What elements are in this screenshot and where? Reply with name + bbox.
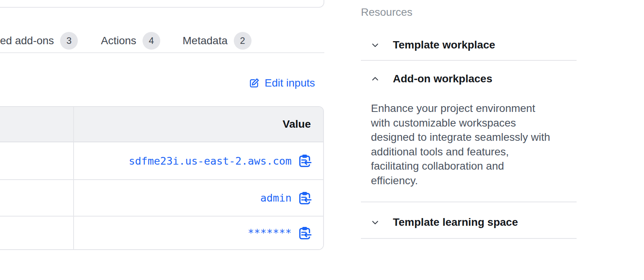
table-row: sdfme23i.us-east-2.aws.com: [74, 142, 323, 180]
table-name-cell: [0, 180, 74, 217]
tab-count-badge: 4: [143, 32, 160, 50]
section-divider: [361, 202, 577, 202]
table-name-cell: [0, 142, 74, 180]
copy-value-button[interactable]: [298, 154, 312, 168]
edit-pencil-icon: [248, 77, 260, 89]
resources-panel-title: Resources: [361, 6, 413, 18]
tabs-divider: [0, 52, 324, 53]
value-text: admin: [260, 192, 292, 204]
chevron-down-icon: [371, 40, 380, 50]
copy-value-button[interactable]: [298, 191, 312, 205]
section-divider: [361, 60, 577, 61]
section-divider: [361, 238, 577, 239]
resources-panel: Resources Template workplace Add-on work…: [361, 0, 577, 280]
section-add-on-workplaces[interactable]: Add-on workplaces: [361, 71, 577, 87]
edit-inputs-button[interactable]: Edit inputs: [248, 76, 315, 90]
section-title: Template workplace: [393, 39, 495, 51]
table-header-value-cell: Value: [74, 107, 323, 142]
tab-count-badge: 3: [60, 32, 78, 50]
truncated-top-card: [0, 0, 324, 8]
section-title: Template learning space: [393, 216, 518, 228]
page: ed add-ons 3 Actions 4 Metadata 2 Edit i…: [0, 0, 644, 280]
table-header-name-cell: [0, 107, 74, 142]
tab-label: ed add-ons: [0, 35, 54, 47]
section-description: Enhance your project environment with cu…: [371, 101, 575, 188]
value-text: *******: [248, 227, 292, 239]
table-row: admin: [74, 180, 323, 217]
tab-label: Metadata: [183, 35, 228, 47]
tab-installed-add-ons[interactable]: ed add-ons 3: [0, 32, 78, 50]
tab-count-badge: 2: [234, 32, 252, 50]
value-text: sdfme23i.us-east-2.aws.com: [129, 155, 292, 167]
value-column-header: Value: [283, 118, 311, 130]
copy-value-button[interactable]: [298, 226, 312, 240]
table-row: *******: [74, 217, 323, 249]
tab-metadata[interactable]: Metadata 2: [183, 32, 252, 50]
tab-actions[interactable]: Actions 4: [101, 32, 160, 50]
edit-inputs-label: Edit inputs: [265, 77, 315, 89]
tab-label: Actions: [101, 35, 136, 47]
chevron-down-icon: [371, 218, 380, 227]
inputs-table: Value sdfme23i.us-east-2.aws.com: [0, 106, 324, 250]
table-name-cell: [0, 217, 74, 249]
chevron-up-icon: [371, 74, 380, 83]
section-title: Add-on workplaces: [393, 73, 492, 85]
section-template-learning-space[interactable]: Template learning space: [361, 214, 577, 230]
section-template-workplace[interactable]: Template workplace: [361, 37, 577, 53]
